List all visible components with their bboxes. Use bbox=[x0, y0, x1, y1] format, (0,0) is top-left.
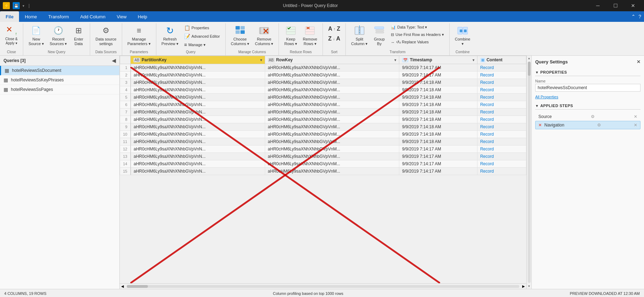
table-row[interactable]: 3 aHR0cHM6Ly9saXNhXNhbGVpVnN... aHR0cHM6… bbox=[120, 79, 526, 86]
data-source-settings-button[interactable]: ⚙ Data source settings bbox=[93, 23, 119, 48]
vscroll-thumb[interactable] bbox=[528, 62, 531, 76]
timestamp-cell: 9/9/2019 7:14:18 AM bbox=[399, 131, 477, 138]
keep-rows-button[interactable]: Keep Rows ▾ bbox=[282, 23, 300, 48]
help-chevron-up[interactable]: ⌃ bbox=[631, 14, 636, 19]
row-key-label: RowKey bbox=[276, 57, 293, 62]
table-row[interactable]: 10 aHR0cHM6Ly9saXNhXNhbGVpVnN... aHR0cHM… bbox=[120, 131, 526, 138]
recent-sources-button[interactable]: 🕐 Recent Sources ▾ bbox=[47, 23, 69, 48]
table-row[interactable]: 7 aHR0cHM6Ly9saXNhXNhbGVpVnN... aHR0cHM6… bbox=[120, 109, 526, 116]
sidebar-item-hotelReviewsSsDocument[interactable]: ▦ hotelReviewsSsDocument bbox=[0, 66, 119, 75]
group-by-button[interactable]: Group By bbox=[371, 23, 388, 48]
svg-rect-22 bbox=[375, 27, 384, 29]
partition-key-cell: aHR0cHM6Ly9saXNhXNhbGVpVnN... bbox=[131, 168, 265, 175]
timestamp-type: 📅 bbox=[402, 58, 408, 62]
menu-tab-file[interactable]: File bbox=[0, 11, 19, 22]
maximize-button[interactable]: ☐ bbox=[607, 0, 624, 11]
properties-button[interactable]: 📋 Properties bbox=[182, 24, 223, 32]
menu-tab-transform[interactable]: Transform bbox=[43, 11, 75, 22]
choose-columns-button[interactable]: Choose Columns ▾ bbox=[229, 23, 252, 48]
timestamp-filter[interactable]: ▾ bbox=[473, 58, 474, 62]
content-cell: Record bbox=[477, 138, 526, 146]
partition-key-filter[interactable]: ▾ bbox=[260, 58, 262, 62]
manage-label: Manage ▾ bbox=[188, 43, 206, 47]
row-number: 14 bbox=[120, 160, 131, 168]
manage-parameters-button[interactable]: ≡ Manage Parameters ▾ bbox=[125, 23, 153, 48]
quick-access-dropdown[interactable]: ▾ bbox=[23, 4, 24, 8]
remove-rows-button[interactable]: Remove Rows ▾ bbox=[300, 23, 320, 48]
row-key-header[interactable]: AB RowKey ▾ bbox=[265, 56, 399, 64]
close-apply-button[interactable]: ✕ ↑ Close & Apply ▾ bbox=[3, 23, 20, 47]
row-number: 6 bbox=[120, 101, 131, 109]
name-input[interactable] bbox=[535, 84, 640, 92]
step-navigation-delete[interactable]: ✕ bbox=[634, 123, 637, 128]
scroll-left-button[interactable]: ◀ bbox=[120, 284, 125, 288]
row-key-filter[interactable]: ▾ bbox=[394, 58, 396, 62]
data-type-button[interactable]: 📊 Data Type: Text ▾ bbox=[388, 24, 446, 31]
close-button[interactable]: ✕ bbox=[625, 0, 641, 11]
table-container[interactable]: AB PartitionKey ▾ AB RowKey ▾ bbox=[120, 56, 526, 283]
sidebar-item-hotelReviewsSsKeyPhrases[interactable]: ▦ hotelReviewsSsKeyPhrases bbox=[0, 75, 119, 85]
partition-key-header[interactable]: AB PartitionKey ▾ bbox=[131, 56, 265, 64]
table-row[interactable]: 8 aHR0cHM6Ly9saXNhXNhbGVpVnN... aHR0cHM6… bbox=[120, 116, 526, 123]
vscroll-track[interactable] bbox=[528, 62, 531, 283]
use-first-row-button[interactable]: ⊟ Use First Row as Headers ▾ bbox=[388, 31, 446, 38]
save-icon[interactable]: 💾 bbox=[13, 2, 20, 9]
sidebar-item-hotelReviewsSsPages[interactable]: ▦ hotelReviewsSsPages bbox=[0, 85, 119, 94]
manage-button[interactable]: ≡ Manage ▾ bbox=[182, 41, 223, 49]
scroll-right-button[interactable]: ▶ bbox=[521, 284, 526, 288]
all-properties-link[interactable]: All Properties bbox=[535, 94, 640, 99]
scroll-thumb[interactable] bbox=[127, 285, 148, 288]
step-source-delete[interactable]: ✕ bbox=[634, 114, 637, 119]
row-key-cell: aHR0cHM6Ly9saXNhXNhbGVpVnM... bbox=[265, 116, 399, 123]
partition-key-cell: aHR0cHM6Ly9saXNhXNhbGVpVnN... bbox=[131, 94, 265, 101]
table-row[interactable]: 11 aHR0cHM6Ly9saXNhXNhbGVpVnN... aHR0cHM… bbox=[120, 138, 526, 146]
menu-tab-add-column[interactable]: Add Column bbox=[75, 11, 111, 22]
new-source-button[interactable]: 📄 New Source ▾ bbox=[26, 23, 46, 48]
horizontal-scrollbar[interactable]: ◀ ▶ bbox=[120, 283, 526, 289]
menu-tab-help[interactable]: Help bbox=[132, 11, 153, 22]
scroll-down-button[interactable]: ▼ bbox=[528, 284, 531, 289]
step-navigation[interactable]: ✕ Navigation ⚙ ✕ bbox=[535, 121, 640, 129]
timestamp-header[interactable]: 📅 Timestamp ▾ bbox=[399, 56, 477, 64]
step-navigation-gear[interactable]: ⚙ bbox=[597, 123, 601, 128]
table-row[interactable]: 5 aHR0cHM6Ly9saXNhXNhbGVpVnN... aHR0cHM6… bbox=[120, 94, 526, 101]
refresh-preview-button[interactable]: ↻ Refresh Preview ▾ bbox=[159, 23, 181, 48]
menu-tab-home[interactable]: Home bbox=[19, 11, 43, 22]
partition-key-cell: aHR0cHM6Ly9saXNhXNhbGVpVnN... bbox=[131, 123, 265, 131]
table-row[interactable]: 6 aHR0cHM6Ly9saXNhXNhbGVpVnN... aHR0cHM6… bbox=[120, 101, 526, 109]
table-row[interactable]: 2 aHR0cHM6Ly9saXNhXNhbGVpVnN... aHR0cHM6… bbox=[120, 72, 526, 79]
query-settings-close[interactable]: ✕ bbox=[637, 59, 640, 64]
combine-button[interactable]: ⊞ ⊞ Combine ▾ bbox=[452, 23, 473, 48]
scroll-up-button[interactable]: ▲ bbox=[528, 56, 531, 61]
sort-ascending-button[interactable]: A ↑ Z bbox=[326, 25, 343, 33]
enter-data-button[interactable]: ⊞ Enter Data bbox=[70, 23, 87, 48]
table-row[interactable]: 13 aHR0cHM6Ly9saXNhXNhbGVpVnN... aHR0cHM… bbox=[120, 153, 526, 160]
content-header[interactable]: ⊞ Content bbox=[477, 56, 526, 64]
table-row[interactable]: 12 aHR0cHM6Ly9saXNhXNhbGVpVnN... aHR0cHM… bbox=[120, 146, 526, 153]
split-column-button[interactable]: Split Column ▾ bbox=[349, 23, 370, 48]
table-row[interactable]: 15 aHR0cHM6Ly9saXNhXNhbGVpVnN... aHR0cHM… bbox=[120, 168, 526, 175]
step-source[interactable]: Source ⚙ ✕ bbox=[535, 112, 640, 121]
minimize-button[interactable]: ─ bbox=[590, 0, 606, 11]
content-cell: Record bbox=[477, 123, 526, 131]
remove-columns-button[interactable]: Remove Columns ▾ bbox=[252, 23, 276, 48]
sidebar-collapse-button[interactable]: ◀ bbox=[112, 58, 116, 63]
svg-rect-19 bbox=[360, 27, 364, 35]
table-row[interactable]: 4 aHR0cHM6Ly9saXNhXNhbGVpVnN... aHR0cHM6… bbox=[120, 86, 526, 94]
ribbon: ✕ ↑ Close & Apply ▾ Close 📄 New Source ▾… bbox=[0, 22, 644, 56]
advanced-editor-button[interactable]: 📝 Advanced Editor bbox=[182, 32, 223, 40]
help-question[interactable]: ? bbox=[638, 14, 641, 19]
table-row[interactable]: 14 aHR0cHM6Ly9saXNhXNhbGVpVnN... aHR0cHM… bbox=[120, 160, 526, 168]
row-key-cell: aHR0cHM6Ly9saXNhXNhbGVpVnM... bbox=[265, 131, 399, 138]
ribbon-group-reduce-rows: Keep Rows ▾ Remove Rows ▾ Reduce Rows bbox=[279, 23, 323, 55]
table-row[interactable]: 1 aHR0cHM6Ly9saXNhXNhbGVpVnN... aHR0cHM6… bbox=[120, 64, 526, 72]
menu-tab-view[interactable]: View bbox=[111, 11, 132, 22]
vertical-scrollbar[interactable]: ▲ ▼ bbox=[526, 56, 531, 289]
scroll-track[interactable] bbox=[127, 285, 519, 288]
table-row[interactable]: 9 aHR0cHM6Ly9saXNhXNhbGVpVnN... aHR0cHM6… bbox=[120, 123, 526, 131]
content-cell: Record bbox=[477, 153, 526, 160]
replace-values-button[interactable]: ↔ ↺₂ Replace Values bbox=[388, 39, 446, 45]
content-cell: Record bbox=[477, 86, 526, 94]
step-source-gear[interactable]: ⚙ bbox=[591, 114, 595, 119]
sort-descending-button[interactable]: Z ↓ A bbox=[326, 35, 343, 43]
